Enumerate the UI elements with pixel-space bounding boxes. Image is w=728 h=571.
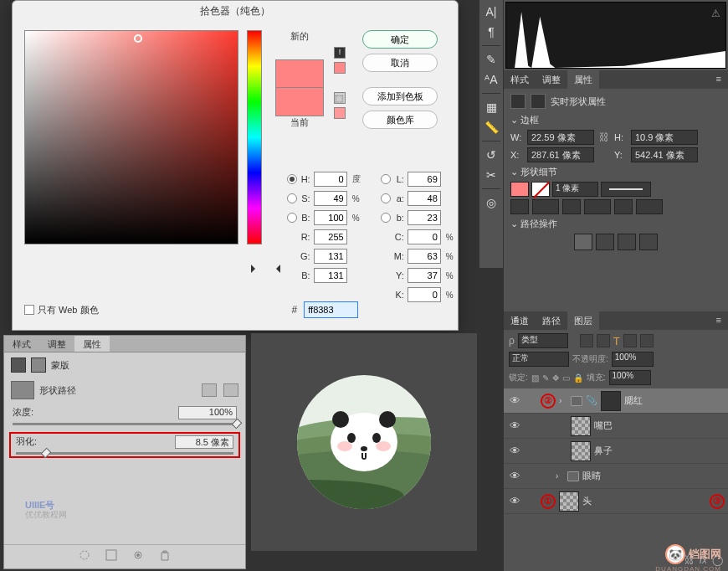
radio-b[interactable] [381,213,391,223]
feather-value[interactable]: 8.5 像素 [175,435,233,449]
pathop-subtract[interactable] [596,234,614,250]
section-shape-detail[interactable]: 形状细节 [510,166,721,178]
websafe-swatch[interactable] [334,107,346,119]
stroke-width-select[interactable]: 1 像素 [552,182,598,197]
websafe-warning-icon[interactable]: ⬚ [334,92,346,104]
hue-slider[interactable] [247,30,262,244]
section-pathops[interactable]: 路径操作 [510,218,721,230]
add-swatch-button[interactable]: 添加到色板 [362,87,438,105]
current-color-swatch[interactable] [275,88,324,116]
libraries-icon[interactable]: ◎ [483,194,500,211]
visibility-toggle[interactable]: 👁 [507,445,522,457]
visibility-toggle[interactable]: 👁 [507,470,522,482]
mask-options-button[interactable] [223,383,238,397]
layer-name[interactable]: 嘴巴 [594,419,613,432]
select-mask-button[interactable] [202,383,217,397]
lock-trans-icon[interactable]: ▨ [531,373,539,383]
layer-thumb[interactable] [571,416,591,436]
brush-panel-icon[interactable]: ✎ [483,51,500,68]
c-input[interactable] [408,229,441,244]
width-input[interactable] [527,130,594,145]
tab-adjust-left[interactable]: 调整 [39,336,74,352]
pathop-intersect[interactable] [618,234,636,250]
layer-kind-select[interactable]: 类型 [518,333,568,348]
tab-paths[interactable]: 路径 [536,311,567,330]
stroke-style-select[interactable] [601,182,651,197]
filter-shape-icon[interactable] [623,334,637,347]
height-input[interactable] [631,130,698,145]
bl-input[interactable] [314,268,347,283]
warning-icon[interactable]: ⚠ [711,8,720,19]
pathop-combine[interactable] [574,234,592,250]
align-dropdown[interactable] [532,199,559,214]
web-only-checkbox[interactable]: 只有 Web 颜色 [24,304,99,316]
g-input[interactable] [314,249,347,264]
layers-menu-icon[interactable]: ≡ [710,311,728,330]
layer-row-nose[interactable]: 👁 鼻子 [504,439,728,464]
gamut-swatch[interactable] [334,62,346,74]
radio-bv[interactable] [287,213,297,223]
layer-thumb[interactable] [559,491,579,512]
layer-name[interactable]: 眼睛 [582,470,601,482]
visibility-toggle[interactable]: 👁 [507,419,522,432]
layer-row-mouth[interactable]: 👁 嘴巴 [504,414,728,439]
lock-brush-icon[interactable]: ✎ [542,373,549,383]
cap-button[interactable] [562,199,581,214]
tab-props-left[interactable]: 属性 [74,336,110,352]
hex-input[interactable] [304,301,358,318]
layer-row-group-eyes[interactable]: 👁 › 眼睛 [504,464,728,489]
m-input[interactable] [408,249,441,264]
blend-mode-select[interactable]: 正常 [509,352,569,367]
join-dropdown[interactable] [636,199,663,214]
layer-name[interactable]: 鼻子 [594,445,613,457]
apply-mask-icon[interactable] [105,548,118,562]
tab-properties[interactable]: 属性 [567,70,599,89]
pixel-mask-icon[interactable] [11,358,26,373]
radio-l[interactable] [381,174,391,184]
color-libraries-button[interactable]: 颜色库 [362,111,438,129]
radio-a[interactable] [381,193,391,203]
filter-type-icon[interactable]: T [613,335,620,347]
lock-move-icon[interactable]: ✥ [552,373,559,383]
tab-channels[interactable]: 通道 [504,311,536,330]
fill-input[interactable]: 100% [609,370,651,385]
tab-styles[interactable]: 样式 [504,70,536,89]
visibility-toggle[interactable]: 👁 [507,394,522,407]
link-wh-icon[interactable]: ⛓ [599,131,609,143]
density-slider[interactable] [13,423,237,425]
density-value[interactable]: 100% [178,406,237,419]
color-field[interactable] [24,30,238,244]
stroke-swatch[interactable] [531,182,550,197]
layer-name[interactable]: 头 [582,495,592,507]
h-input[interactable] [314,172,347,187]
shape-path-thumb[interactable] [11,381,34,399]
tab-styles-left[interactable]: 样式 [4,336,39,352]
load-selection-icon[interactable] [78,548,91,562]
color-cursor[interactable] [134,34,142,43]
history-panel-icon[interactable]: ↺ [483,147,500,163]
bv-input[interactable] [314,210,347,225]
toggle-mask-icon[interactable] [131,548,145,562]
ok-button[interactable]: 确定 [362,30,438,49]
vector-mask-icon[interactable] [31,358,46,373]
pathop-exclude[interactable] [639,234,658,250]
cap-dropdown[interactable] [584,199,611,214]
chevron-right-icon[interactable]: › [556,471,564,481]
align-edge-button[interactable] [510,199,529,214]
section-bounds[interactable]: 边框 [510,114,721,126]
y-input[interactable] [631,147,698,162]
filter-image-icon[interactable] [580,334,593,347]
s-input[interactable] [314,191,347,206]
filter-smart-icon[interactable] [640,334,654,347]
layer-row-group-blush[interactable]: 👁 ② › 📎 腮红 [504,388,728,414]
paragraph-panel-icon[interactable]: ¶ [483,23,500,40]
delete-mask-icon[interactable] [158,548,172,562]
y-input[interactable] [408,268,441,283]
lock-artboard-icon[interactable]: ▭ [562,373,570,383]
tool5-icon[interactable]: ✂ [483,167,500,183]
lock-all-icon[interactable]: 🔒 [573,373,583,383]
cancel-button[interactable]: 取消 [362,54,438,72]
b-input[interactable] [408,210,441,225]
swatches-panel-icon[interactable]: ▦ [483,99,500,116]
opacity-input[interactable]: 100% [612,352,654,367]
